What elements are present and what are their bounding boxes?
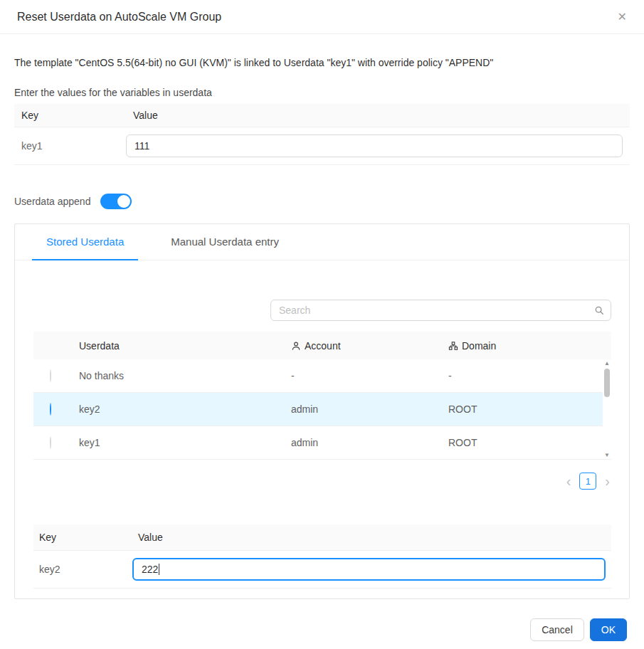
input-value: 222 <box>142 564 158 575</box>
table-row[interactable]: No thanks - - <box>33 359 611 393</box>
userdata-cell: key2 <box>79 403 291 415</box>
toggle-knob <box>117 195 130 208</box>
user-icon <box>291 341 301 351</box>
domain-cell: - <box>448 370 611 381</box>
radio-cell <box>33 437 79 448</box>
column-header-userdata: Userdata <box>79 340 291 352</box>
ok-button[interactable]: OK <box>590 618 627 641</box>
domain-icon <box>448 341 458 351</box>
pagination-page-1[interactable]: 1 <box>579 473 596 490</box>
domain-cell: ROOT <box>448 403 611 415</box>
radio-key2[interactable] <box>50 403 51 416</box>
text-caret <box>159 564 159 575</box>
variables-table-header: Key Value <box>14 104 630 127</box>
account-cell: - <box>291 370 448 381</box>
search-input[interactable] <box>270 300 611 321</box>
close-icon[interactable]: ✕ <box>618 11 627 23</box>
table-scrollbar[interactable]: ▲ ▼ <box>603 360 611 459</box>
account-cell: admin <box>291 403 448 415</box>
key-cell: key2 <box>33 564 132 575</box>
column-header-value: Value <box>126 104 630 127</box>
search-icon[interactable] <box>594 305 604 315</box>
domain-header-label: Domain <box>462 340 496 352</box>
modal-title: Reset Userdata on AutoScale VM Group <box>17 11 221 23</box>
tab-stored-userdata[interactable]: Stored Userdata <box>32 224 138 260</box>
radio-cell <box>33 403 79 415</box>
template-note: The template "CentOS 5.5(64-bit) no GUI … <box>14 56 630 70</box>
account-header-label: Account <box>305 340 341 352</box>
tabbar: Stored Userdata Manual Userdata entry <box>15 224 629 260</box>
variables-table: Key Value key1 <box>14 104 630 165</box>
table-row: key2 222 <box>33 551 611 589</box>
value-cell <box>126 134 630 157</box>
key1-value-input[interactable] <box>126 134 623 157</box>
column-header-value: Value <box>132 532 611 543</box>
scrollbar-thumb[interactable] <box>604 369 610 397</box>
card-content: Userdata Account <box>15 300 629 598</box>
userdata-append-row: Userdata append <box>14 194 630 209</box>
column-header-domain: Domain <box>448 340 611 352</box>
value-cell: 222 <box>132 558 611 581</box>
userdata-cell: key1 <box>79 437 291 448</box>
column-header-key: Key <box>14 104 126 127</box>
variables-instruction: Enter the values for the variables in us… <box>14 85 630 100</box>
pagination: ‹ 1 › <box>33 473 611 490</box>
table-row: key1 <box>14 127 630 165</box>
domain-cell: ROOT <box>448 437 611 448</box>
cancel-button[interactable]: Cancel <box>530 618 584 641</box>
pagination-next-icon[interactable]: › <box>603 474 611 488</box>
radio-cell <box>33 370 79 381</box>
modal-header: Reset Userdata on AutoScale VM Group ✕ <box>0 0 644 34</box>
column-header-key: Key <box>33 532 132 543</box>
scroll-up-icon[interactable]: ▲ <box>604 361 610 366</box>
userdata-table-header: Userdata Account <box>33 332 611 359</box>
userdata-card: Stored Userdata Manual Userdata entry <box>14 223 630 599</box>
selected-table-header: Key Value <box>33 524 611 551</box>
search-row <box>33 300 611 321</box>
radio-key1[interactable] <box>50 436 51 449</box>
reset-userdata-modal: Reset Userdata on AutoScale VM Group ✕ T… <box>0 0 644 641</box>
search-box <box>270 300 611 321</box>
radio-no-thanks[interactable] <box>50 369 51 382</box>
selected-variables-table: Key Value key2 222 <box>33 524 611 589</box>
userdata-cell: No thanks <box>79 370 291 381</box>
key-cell: key1 <box>14 140 126 152</box>
userdata-append-toggle[interactable] <box>100 194 132 209</box>
table-row[interactable]: key1 admin ROOT <box>33 426 611 460</box>
userdata-append-label: Userdata append <box>14 196 90 207</box>
modal-footer: Cancel OK <box>14 618 630 641</box>
key2-value-input[interactable]: 222 <box>132 558 606 581</box>
table-row[interactable]: key2 admin ROOT <box>33 393 611 426</box>
account-cell: admin <box>291 437 448 448</box>
pagination-prev-icon[interactable]: ‹ <box>565 474 573 488</box>
column-header-account: Account <box>291 340 448 352</box>
modal-body: The template "CentOS 5.5(64-bit) no GUI … <box>0 56 644 641</box>
scroll-down-icon[interactable]: ▼ <box>604 453 610 458</box>
userdata-table: Userdata Account <box>33 332 611 460</box>
tab-manual-userdata-entry[interactable]: Manual Userdata entry <box>157 224 293 260</box>
